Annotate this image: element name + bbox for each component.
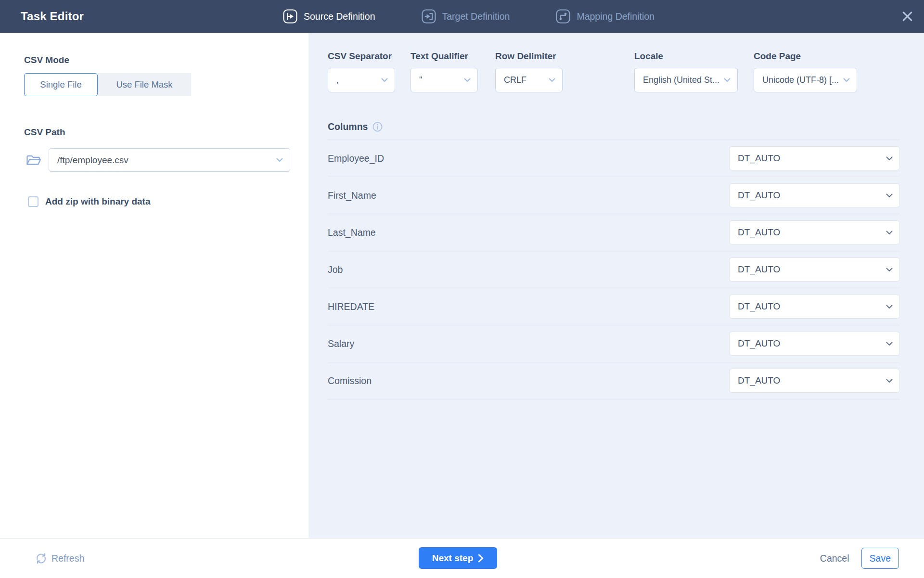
- target-definition-icon: [422, 9, 436, 24]
- select-value: CRLF: [504, 75, 526, 85]
- chevron-down-icon: [381, 78, 388, 82]
- code-page-select[interactable]: Unicode (UTF-8) [...: [754, 68, 857, 92]
- page-title: Task Editor: [21, 0, 84, 33]
- csv-path-value: /ftp/employee.csv: [57, 155, 128, 166]
- cancel-button[interactable]: Cancel: [820, 553, 849, 564]
- chevron-down-icon: [886, 379, 893, 383]
- header: Task Editor Source Definition Target Def…: [0, 0, 924, 33]
- csv-mode-use-file-mask-button[interactable]: Use File Mask: [98, 73, 191, 96]
- mapping-definition-icon: [556, 9, 570, 24]
- csv-mode-label: CSV Mode: [24, 55, 69, 65]
- csv-settings-fields: CSV Separator , Text Qualifier " Row Del…: [328, 51, 857, 92]
- chevron-down-icon: [886, 268, 893, 272]
- select-value: ,: [336, 75, 339, 85]
- chevron-down-icon: [886, 305, 893, 309]
- salary-type-select[interactable]: DT_AUTO: [729, 332, 900, 356]
- csv-separator-select[interactable]: ,: [328, 68, 395, 92]
- zip-checkbox-label: Add zip with binary data: [45, 196, 151, 207]
- row-delimiter-select[interactable]: CRLF: [495, 68, 563, 92]
- column-row: Employee_ID DT_AUTO: [328, 140, 900, 177]
- settings-field: Row Delimiter CRLF: [495, 51, 563, 92]
- select-value: DT_AUTO: [738, 190, 780, 201]
- settings-field: CSV Separator ,: [328, 51, 395, 92]
- tab-mapping-definition[interactable]: Mapping Definition: [556, 9, 654, 24]
- settings-field: Text Qualifier ": [411, 51, 478, 92]
- csv-path-select[interactable]: /ftp/employee.csv: [49, 148, 290, 172]
- column-row: Comission DT_AUTO: [328, 362, 900, 399]
- info-icon[interactable]: [372, 122, 383, 132]
- locale-label: Locale: [634, 51, 738, 62]
- column-name: Last_Name: [328, 227, 376, 238]
- footer: Refresh Next step Cancel Save: [0, 538, 924, 578]
- comission-type-select[interactable]: DT_AUTO: [729, 369, 900, 393]
- csv-separator-label: CSV Separator: [328, 51, 395, 62]
- save-button[interactable]: Save: [861, 548, 899, 569]
- refresh-label: Refresh: [51, 553, 84, 564]
- chevron-down-icon: [549, 78, 555, 82]
- settings-field: Locale English (United St...: [634, 51, 738, 92]
- column-row: Last_Name DT_AUTO: [328, 214, 900, 251]
- task-editor-dialog: Task Editor Source Definition Target Def…: [0, 0, 924, 578]
- select-value: ": [419, 75, 422, 85]
- column-name: Comission: [328, 375, 372, 386]
- column-row: HIREDATE DT_AUTO: [328, 288, 900, 325]
- text-qualifier-select[interactable]: ": [411, 68, 478, 92]
- chevron-down-icon: [464, 78, 471, 82]
- zip-checkbox[interactable]: [28, 196, 38, 207]
- columns-list: Employee_ID DT_AUTO First_Name DT_AUTO L…: [328, 140, 900, 399]
- first-name-type-select[interactable]: DT_AUTO: [729, 183, 900, 207]
- zip-checkbox-row[interactable]: Add zip with binary data: [28, 196, 151, 207]
- chevron-down-icon: [276, 158, 283, 162]
- select-value: DT_AUTO: [738, 153, 780, 164]
- columns-section: Columns Employee_ID DT_AUTO First_Name D…: [328, 121, 900, 399]
- columns-header: Columns: [328, 121, 900, 140]
- column-name: HIREDATE: [328, 301, 374, 312]
- chevron-down-icon: [886, 342, 893, 346]
- hiredate-type-select[interactable]: DT_AUTO: [729, 295, 900, 319]
- employee-id-type-select[interactable]: DT_AUTO: [729, 146, 900, 170]
- csv-mode-segmented-control: Single File Use File Mask: [24, 73, 191, 96]
- chevron-down-icon: [886, 193, 893, 198]
- column-row: Salary DT_AUTO: [328, 325, 900, 362]
- select-value: DT_AUTO: [738, 338, 780, 349]
- footer-actions: Cancel Save: [820, 539, 899, 578]
- chevron-down-icon: [886, 156, 893, 161]
- select-value: DT_AUTO: [738, 375, 780, 386]
- csv-settings-panel: CSV Separator , Text Qualifier " Row Del…: [308, 33, 924, 538]
- chevron-down-icon: [886, 231, 893, 235]
- column-name: Employee_ID: [328, 153, 384, 164]
- csv-source-panel: CSV Mode Single File Use File Mask CSV P…: [0, 33, 308, 538]
- tab-source-definition[interactable]: Source Definition: [283, 9, 375, 24]
- columns-title: Columns: [328, 121, 368, 132]
- job-type-select[interactable]: DT_AUTO: [729, 257, 900, 282]
- locale-select[interactable]: English (United St...: [634, 68, 738, 92]
- select-value: DT_AUTO: [738, 264, 780, 275]
- folder-open-icon[interactable]: [26, 153, 42, 167]
- column-name: First_Name: [328, 190, 376, 201]
- chevron-down-icon: [724, 78, 731, 82]
- column-name: Salary: [328, 338, 354, 349]
- row-delimiter-label: Row Delimiter: [495, 51, 563, 62]
- select-value: Unicode (UTF-8) [...: [762, 75, 839, 85]
- csv-path-label: CSV Path: [24, 127, 65, 138]
- select-value: English (United St...: [643, 75, 719, 85]
- column-row: Job DT_AUTO: [328, 251, 900, 288]
- chevron-down-icon: [843, 78, 850, 82]
- column-name: Job: [328, 264, 343, 275]
- select-value: DT_AUTO: [738, 227, 780, 238]
- next-step-button[interactable]: Next step: [419, 547, 497, 569]
- close-icon[interactable]: [902, 12, 912, 22]
- code-page-label: Code Page: [754, 51, 857, 62]
- next-step-label: Next step: [432, 553, 474, 564]
- header-tabs: Source Definition Target Definition Mapp…: [283, 0, 654, 33]
- last-name-type-select[interactable]: DT_AUTO: [729, 220, 900, 244]
- refresh-icon: [35, 552, 48, 565]
- csv-path-row: /ftp/employee.csv: [26, 148, 290, 172]
- column-row: First_Name DT_AUTO: [328, 177, 900, 214]
- csv-mode-single-file-button[interactable]: Single File: [24, 73, 98, 96]
- refresh-button[interactable]: Refresh: [35, 539, 84, 578]
- chevron-right-icon: [478, 554, 484, 563]
- text-qualifier-label: Text Qualifier: [411, 51, 478, 62]
- tab-target-definition[interactable]: Target Definition: [422, 9, 510, 24]
- source-definition-icon: [283, 9, 297, 24]
